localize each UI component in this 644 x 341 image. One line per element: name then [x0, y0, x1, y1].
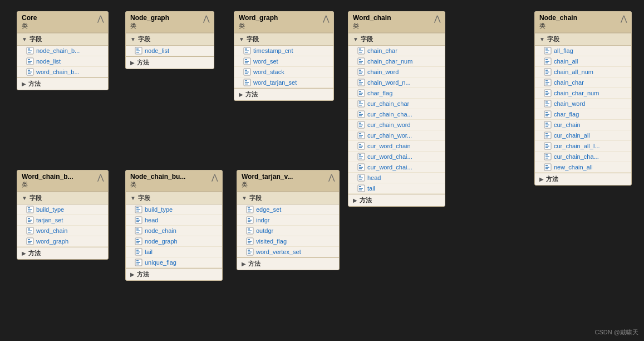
fields-section-header[interactable]: ▼ 字段: [348, 33, 445, 46]
field-name: cur_word_chai...: [367, 164, 412, 170]
svg-rect-191: [248, 242, 250, 243]
methods-label: 方法: [248, 260, 260, 268]
svg-rect-78: [359, 167, 363, 168]
field-icon: [544, 68, 552, 76]
collapse-icon[interactable]: ⋀: [212, 173, 218, 182]
field-icon: [357, 100, 365, 108]
svg-rect-146: [28, 231, 32, 232]
svg-rect-49: [359, 91, 361, 92]
svg-rect-22: [245, 61, 249, 62]
svg-rect-50: [359, 93, 363, 94]
field-name: chain_char_num: [554, 90, 599, 96]
card-header-node_graph[interactable]: Node_graph 类 ⋀: [126, 12, 214, 33]
fields-section-header[interactable]: ▼ 字段: [126, 192, 222, 204]
field-item: all_flag: [535, 46, 631, 56]
class-card-word_graph: Word_graph 类 ⋀ ▼ 字段 timestamp_cnt word_s…: [234, 11, 334, 101]
field-item: node_chain: [126, 226, 222, 236]
field-icon: [135, 216, 142, 224]
field-name: visited_flag: [256, 238, 287, 245]
field-item: indgr: [237, 215, 339, 226]
svg-rect-10: [28, 72, 32, 73]
methods-section[interactable]: ▶ 方法: [535, 173, 631, 185]
svg-rect-83: [359, 179, 362, 180]
svg-rect-58: [359, 114, 363, 115]
svg-rect-19: [245, 52, 248, 53]
svg-rect-167: [136, 242, 139, 243]
watermark: CSDN @戴啸天: [595, 328, 638, 337]
card-subtitle: 类: [242, 181, 293, 189]
field-name: char_flag: [367, 90, 392, 96]
svg-rect-71: [359, 147, 362, 148]
collapse-icon[interactable]: ⋀: [328, 173, 335, 182]
methods-section[interactable]: ▶ 方法: [348, 194, 445, 206]
collapse-icon[interactable]: ⋀: [434, 14, 440, 23]
fields-section-header[interactable]: ▼ 字段: [126, 33, 214, 46]
section-triangle: ▼: [22, 36, 27, 42]
section-triangle: ▼: [130, 36, 136, 42]
section-triangle: ▶: [130, 60, 135, 66]
section-label: 字段: [30, 194, 42, 202]
fields-section-header[interactable]: ▼ 字段: [234, 33, 333, 46]
card-header-word_chain_b[interactable]: Word_chain_b... 类 ⋀: [17, 170, 108, 192]
field-icon: [135, 206, 142, 213]
card-title: Word_graph: [239, 14, 278, 22]
field-name: cur_chain_char: [367, 100, 409, 107]
svg-rect-195: [248, 253, 250, 254]
svg-rect-65: [359, 133, 361, 134]
collapse-icon[interactable]: ⋀: [621, 14, 627, 23]
svg-rect-45: [359, 80, 361, 81]
svg-rect-87: [359, 189, 362, 191]
card-header-node_chain_bu[interactable]: Node_chain_bu... 类 ⋀: [126, 170, 222, 192]
card-header-core[interactable]: Core 类 ⋀: [17, 12, 108, 33]
field-item: chain_char_num: [348, 56, 445, 67]
svg-rect-106: [545, 93, 549, 94]
card-header-node_chain[interactable]: Node_chain 类 ⋀: [535, 12, 631, 33]
collapse-icon[interactable]: ⋀: [97, 14, 104, 23]
card-header-word_graph[interactable]: Word_graph 类 ⋀: [234, 12, 333, 33]
fields-section-header[interactable]: ▼ 字段: [237, 192, 339, 204]
svg-rect-126: [545, 146, 549, 147]
methods-section[interactable]: ▶ 方法: [17, 77, 108, 90]
svg-rect-41: [359, 70, 361, 71]
field-item: chain_char_num: [535, 88, 631, 99]
methods-section[interactable]: ▶ 方法: [234, 88, 333, 100]
field-item: cur_chain_word: [348, 120, 445, 130]
collapse-icon[interactable]: ⋀: [323, 14, 329, 23]
fields-section-header[interactable]: ▼ 字段: [535, 33, 631, 46]
class-card-node_graph: Node_graph 类 ⋀ ▼ 字段 node_list ▶ 方法: [125, 11, 214, 69]
field-icon: [357, 121, 365, 129]
svg-rect-111: [545, 105, 548, 106]
svg-rect-121: [545, 133, 548, 134]
field-item: chain_word: [535, 99, 631, 109]
svg-rect-73: [359, 154, 361, 155]
field-name: head: [145, 217, 158, 223]
field-icon: [357, 153, 365, 160]
card-header-word_tarjan_v[interactable]: Word_tarjan_v... 类 ⋀: [237, 170, 339, 192]
field-icon: [135, 248, 142, 256]
svg-rect-123: [545, 137, 548, 138]
card-title: Word_tarjan_v...: [242, 173, 293, 181]
card-title: Node_chain_bu...: [130, 173, 185, 181]
svg-rect-25: [245, 70, 247, 71]
svg-rect-110: [545, 104, 549, 105]
field-item: chain_char: [348, 46, 445, 56]
card-header-word_chain[interactable]: Word_chain 类 ⋀: [348, 12, 445, 33]
svg-rect-102: [545, 82, 549, 84]
methods-section[interactable]: ▶ 方法: [17, 247, 108, 259]
class-card-word_tarjan_v: Word_tarjan_v... 类 ⋀ ▼ 字段 edge_set indgr…: [237, 170, 340, 270]
fields-section-header[interactable]: ▼ 字段: [17, 192, 108, 204]
svg-rect-194: [248, 252, 252, 253]
methods-section[interactable]: ▶ 方法: [126, 56, 214, 69]
collapse-icon[interactable]: ⋀: [203, 14, 209, 23]
svg-rect-63: [359, 126, 362, 127]
fields-section-header[interactable]: ▼ 字段: [17, 33, 108, 46]
methods-label: 方法: [245, 90, 258, 99]
svg-rect-29: [245, 80, 247, 81]
svg-rect-177: [248, 207, 250, 208]
svg-rect-23: [245, 62, 248, 64]
methods-section[interactable]: ▶ 方法: [237, 257, 339, 270]
collapse-icon[interactable]: ⋀: [97, 173, 104, 182]
field-icon: [135, 47, 142, 55]
svg-rect-186: [248, 231, 252, 232]
methods-section[interactable]: ▶ 方法: [126, 268, 222, 280]
